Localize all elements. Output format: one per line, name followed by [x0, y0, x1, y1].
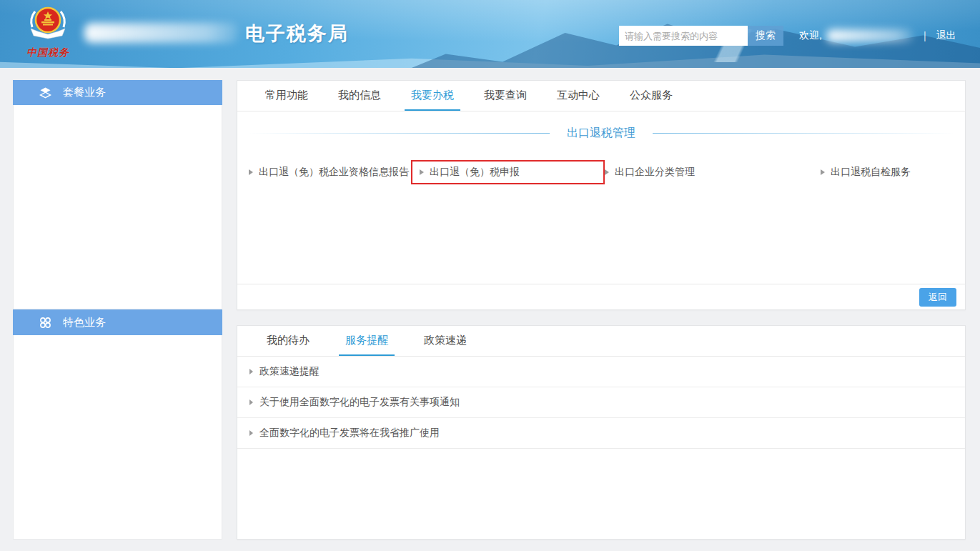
back-button[interactable]: 返回 [919, 288, 956, 307]
header-search: 搜索 [619, 26, 783, 46]
separator: | [924, 30, 926, 41]
link-export-tax-self-check[interactable]: 出口退税自检服务 [821, 166, 954, 179]
tab-interaction-center[interactable]: 互动中心 [550, 81, 606, 111]
section-title-row: 出口退税管理 [237, 126, 965, 141]
link-export-tax-declaration[interactable]: 出口退（免）税申报 [411, 160, 605, 184]
organization-name-redacted [84, 23, 238, 43]
notice-item-label: 政策速递提醒 [259, 365, 320, 378]
main-content: 常用功能 我的信息 我要办税 我要查询 互动中心 公众服务 出口退税管理 出口退… [237, 80, 966, 540]
grid-dots-icon [39, 317, 51, 329]
link-label: 出口退（免）税申报 [430, 166, 520, 179]
sidebar-section-label: 特色业务 [63, 316, 106, 329]
app-header: 中国税务 电子税务局 搜索 欢迎, | 退出 [0, 0, 980, 68]
tab-tax-handling[interactable]: 我要办税 [405, 81, 460, 111]
logo-caption: 中国税务 [16, 46, 80, 59]
link-label: 出口退（免）税企业资格信息报告 [259, 166, 409, 179]
logout-link[interactable]: 退出 [936, 29, 956, 42]
tab-common-functions[interactable]: 常用功能 [259, 81, 315, 111]
page-title: 电子税务局 [245, 21, 349, 46]
notice-tabs: 我的待办 服务提醒 政策速递 [237, 326, 965, 357]
triangle-right-icon [249, 369, 253, 374]
link-label: 出口企业分类管理 [615, 166, 695, 179]
china-tax-logo: 中国税务 [16, 3, 80, 66]
function-links-row: 出口退（免）税企业资格信息报告 出口退（免）税申报 出口企业分类管理 出口退税自… [237, 159, 965, 185]
tab-my-todo[interactable]: 我的待办 [260, 326, 316, 356]
tab-public-service[interactable]: 公众服务 [623, 81, 679, 111]
title-divider-right [653, 133, 955, 134]
etax-bureau-page: { "header": { "brand_title": "电子税务局", "l… [0, 0, 980, 551]
user-area: 欢迎, | 退出 [799, 29, 956, 43]
title-divider-left [247, 133, 550, 134]
sidebar-section-label: 套餐业务 [63, 86, 106, 99]
triangle-right-icon [249, 399, 253, 405]
function-panel: 常用功能 我的信息 我要办税 我要查询 互动中心 公众服务 出口退税管理 出口退… [237, 80, 966, 310]
search-button[interactable]: 搜索 [748, 26, 783, 46]
notice-item-einvoice-promotion[interactable]: 全面数字化的电子发票将在我省推广使用 [237, 418, 965, 449]
sidebar: 套餐业务 特色业务 [13, 80, 222, 540]
triangle-right-icon [821, 169, 825, 175]
sidebar-special-body [13, 335, 222, 540]
sidebar-section-special-business[interactable]: 特色业务 [13, 309, 222, 335]
tab-policy-express[interactable]: 政策速递 [417, 326, 473, 356]
notice-item-label: 关于使用全面数字化的电子发票有关事项通知 [259, 396, 460, 409]
link-export-enterprise-classification[interactable]: 出口企业分类管理 [605, 166, 821, 179]
link-label: 出口退税自检服务 [831, 166, 911, 179]
main-nav-tabs: 常用功能 我的信息 我要办税 我要查询 互动中心 公众服务 [237, 81, 965, 111]
triangle-right-icon [605, 169, 609, 175]
triangle-right-icon [249, 169, 253, 175]
notice-item-policy-reminder[interactable]: 政策速递提醒 [237, 357, 965, 387]
panel-footer: 返回 [237, 284, 965, 309]
triangle-right-icon [420, 169, 424, 175]
tab-my-info[interactable]: 我的信息 [332, 81, 387, 111]
link-export-tax-qualification-report[interactable]: 出口退（免）税企业资格信息报告 [249, 166, 420, 179]
section-title: 出口退税管理 [567, 126, 635, 141]
triangle-right-icon [249, 430, 253, 436]
tax-emblem-icon [25, 3, 71, 49]
notice-list: 政策速递提醒 关于使用全面数字化的电子发票有关事项通知 全面数字化的电子发票将在… [237, 357, 965, 449]
tab-service-reminder[interactable]: 服务提醒 [339, 326, 395, 356]
sidebar-package-body [13, 105, 222, 309]
tab-inquiry[interactable]: 我要查询 [477, 81, 533, 111]
welcome-text: 欢迎, [799, 29, 822, 42]
notice-panel: 我的待办 服务提醒 政策速递 政策速递提醒 关于使用全面数字化的电子发票有关事项… [237, 325, 966, 540]
username-redacted [826, 29, 914, 42]
notice-item-label: 全面数字化的电子发票将在我省推广使用 [259, 427, 440, 440]
notice-item-einvoice-notice[interactable]: 关于使用全面数字化的电子发票有关事项通知 [237, 387, 965, 418]
search-input[interactable] [619, 26, 748, 46]
layers-icon [39, 86, 51, 99]
sidebar-section-package-business[interactable]: 套餐业务 [13, 80, 222, 105]
